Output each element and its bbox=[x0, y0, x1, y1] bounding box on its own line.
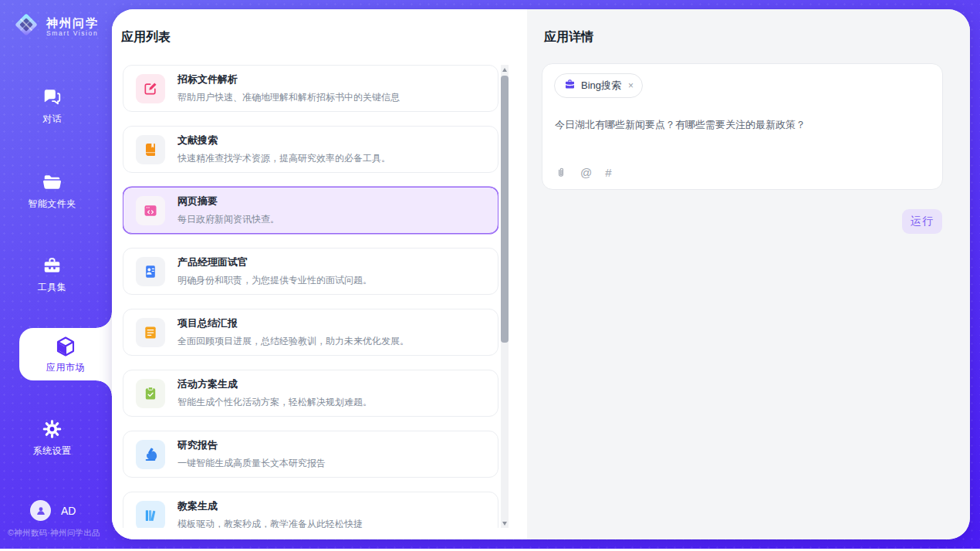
microscope-icon bbox=[136, 440, 165, 469]
scroll-up-arrow-icon[interactable] bbox=[501, 65, 509, 74]
app-list-scrollbar[interactable] bbox=[501, 65, 509, 528]
brand-logo: 神州问学 Smart Vision bbox=[12, 10, 99, 42]
note-icon bbox=[136, 318, 165, 347]
user-account[interactable]: AD bbox=[30, 500, 76, 521]
app-card[interactable]: 文献搜索 快速精准查找学术资源，提高研究效率的必备工具。 bbox=[123, 126, 498, 173]
app-description: 全面回顾项目进展，总结经验教训，助力未来优化发展。 bbox=[177, 335, 409, 348]
gear-icon bbox=[0, 419, 104, 439]
main-content: 应用列表 招标文件解析 帮助用户快速、准确地理解和解析招标书中的关键信息 文献搜… bbox=[112, 9, 970, 539]
run-button[interactable]: 运行 bbox=[902, 209, 942, 234]
app-description: 每日政府新闻资讯快查。 bbox=[177, 213, 279, 226]
app-name: 活动方案生成 bbox=[177, 377, 372, 391]
chat-icon bbox=[0, 87, 104, 107]
app-card[interactable]: 项目总结汇报 全面回顾项目进展，总结经验教训，助力未来优化发展。 bbox=[123, 309, 498, 356]
app-name: 文献搜索 bbox=[177, 134, 390, 147]
copyright-footer: ©神州数码·神州问学出品 bbox=[0, 528, 108, 539]
app-list: 招标文件解析 帮助用户快速、准确地理解和解析招标书中的关键信息 文献搜索 快速精… bbox=[123, 65, 498, 528]
app-description: 帮助用户快速、准确地理解和解析招标书中的关键信息 bbox=[177, 91, 400, 104]
app-name: 产品经理面试官 bbox=[177, 255, 372, 269]
app-detail-panel: 应用详情 Bing搜索 × 今日湖北有哪些新闻要点？有哪些需要关注的最新政策？ bbox=[527, 9, 970, 539]
app-window: 神州问学 Smart Vision 对话 智能文件夹 bbox=[0, 0, 980, 549]
avatar bbox=[30, 500, 51, 521]
edit-icon bbox=[136, 74, 165, 103]
tool-chip-label: Bing搜索 bbox=[581, 79, 621, 93]
browser-code-icon bbox=[136, 196, 165, 225]
app-description: 明确身份和职责，为您提供专业性的面试问题。 bbox=[177, 274, 372, 287]
folder-icon bbox=[0, 172, 104, 192]
attachment-toolbar: @ # bbox=[555, 166, 612, 179]
app-card[interactable]: 网页摘要 每日政府新闻资讯快查。 bbox=[123, 187, 498, 234]
sidebar-item-label: 对话 bbox=[0, 113, 104, 126]
app-card[interactable]: 招标文件解析 帮助用户快速、准确地理解和解析招标书中的关键信息 bbox=[123, 65, 498, 112]
app-card[interactable]: 教案生成 模板驱动，教案秒成，教学准备从此轻松快捷 bbox=[123, 492, 498, 528]
diamond-logo-icon bbox=[12, 10, 41, 42]
clipboard-icon bbox=[136, 379, 165, 408]
scroll-down-arrow-icon[interactable] bbox=[501, 519, 509, 528]
query-input-card: Bing搜索 × 今日湖北有哪些新闻要点？有哪些需要关注的最新政策？ @ # bbox=[542, 63, 943, 190]
sidebar-item-label: 系统设置 bbox=[0, 445, 104, 458]
app-name: 网页摘要 bbox=[177, 194, 279, 208]
app-description: 快速精准查找学术资源，提高研究效率的必备工具。 bbox=[177, 152, 390, 165]
app-description: 一键智能生成高质量长文本研究报告 bbox=[177, 457, 326, 470]
scrollbar-thumb[interactable] bbox=[501, 76, 509, 343]
sidebar-item-label: 应用市场 bbox=[19, 361, 112, 374]
sidebar-item-label: 工具集 bbox=[0, 281, 104, 294]
hash-icon[interactable]: # bbox=[605, 167, 611, 179]
sidebar-item-chat[interactable]: 对话 bbox=[0, 87, 104, 126]
app-card[interactable]: 活动方案生成 智能生成个性化活动方案，轻松解决规划难题。 bbox=[123, 370, 498, 417]
query-input[interactable]: 今日湖北有哪些新闻要点？有哪些需要关注的最新政策？ bbox=[555, 117, 930, 132]
book-icon bbox=[136, 135, 165, 164]
app-name: 项目总结汇报 bbox=[177, 316, 409, 330]
sidebar-item-app-market[interactable]: 应用市场 bbox=[19, 328, 112, 380]
books-icon bbox=[136, 501, 165, 529]
interview-icon bbox=[136, 257, 165, 286]
sidebar-item-smart-folder[interactable]: 智能文件夹 bbox=[0, 172, 104, 211]
app-name: 研究报告 bbox=[177, 438, 326, 452]
brand-subtitle: Smart Vision bbox=[46, 29, 99, 37]
paperclip-icon[interactable] bbox=[555, 166, 567, 179]
brand-name: 神州问学 bbox=[46, 16, 99, 29]
app-list-panel: 应用列表 招标文件解析 帮助用户快速、准确地理解和解析招标书中的关键信息 文献搜… bbox=[112, 9, 527, 539]
sidebar-item-label: 智能文件夹 bbox=[0, 198, 104, 211]
tool-chip-bing-search[interactable]: Bing搜索 × bbox=[554, 73, 643, 98]
app-card[interactable]: 研究报告 一键智能生成高质量长文本研究报告 bbox=[123, 431, 498, 478]
app-card[interactable]: 产品经理面试官 明确身份和职责，为您提供专业性的面试问题。 bbox=[123, 248, 498, 295]
sidebar-item-toolset[interactable]: 工具集 bbox=[0, 255, 104, 294]
app-list-title: 应用列表 bbox=[121, 29, 171, 46]
at-icon[interactable]: @ bbox=[580, 167, 592, 179]
app-name: 招标文件解析 bbox=[177, 73, 400, 86]
sidebar: 神州问学 Smart Vision 对话 智能文件夹 bbox=[0, 0, 112, 549]
sidebar-item-settings[interactable]: 系统设置 bbox=[0, 419, 104, 458]
cube-icon bbox=[19, 335, 112, 358]
briefcase-icon bbox=[564, 79, 576, 93]
person-icon bbox=[35, 505, 47, 517]
app-name: 教案生成 bbox=[177, 499, 363, 513]
app-detail-title: 应用详情 bbox=[544, 29, 593, 46]
toolbox-icon bbox=[0, 255, 104, 276]
user-name: AD bbox=[61, 505, 76, 517]
app-description: 模板驱动，教案秒成，教学准备从此轻松快捷 bbox=[177, 518, 363, 528]
app-description: 智能生成个性化活动方案，轻松解决规划难题。 bbox=[177, 396, 372, 409]
chip-close-icon[interactable]: × bbox=[628, 80, 634, 91]
